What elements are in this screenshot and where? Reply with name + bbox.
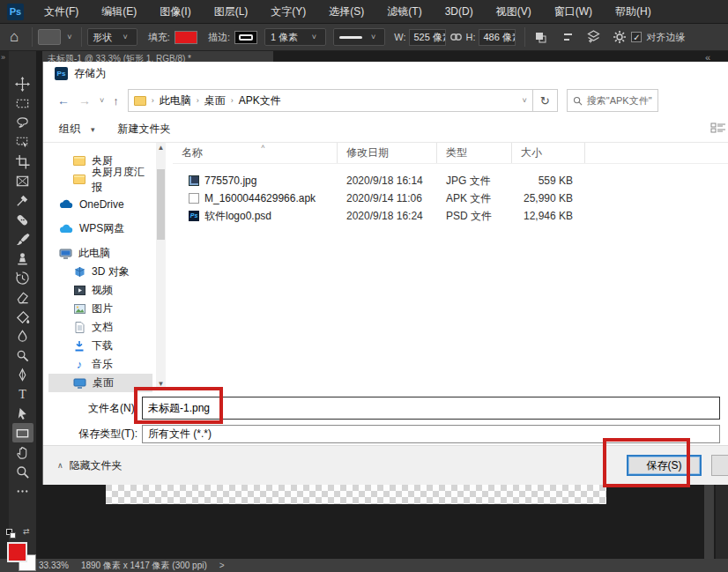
- search-input[interactable]: 搜索"APK文件": [567, 89, 658, 112]
- menu-type[interactable]: 文字(Y): [259, 0, 317, 24]
- menu-image[interactable]: 图像(I): [148, 0, 202, 24]
- chevron-up-icon: ∧: [57, 461, 63, 470]
- zoom-level[interactable]: 33.33%: [39, 561, 69, 570]
- chevron-down-icon[interactable]: ˅: [523, 96, 527, 105]
- object-selection-tool[interactable]: [12, 132, 33, 152]
- new-folder-button[interactable]: 新建文件夹: [118, 122, 171, 137]
- scroll-down-icon[interactable]: ▼: [156, 379, 166, 390]
- lasso-tool[interactable]: [12, 113, 33, 132]
- foreground-color-swatch[interactable]: [7, 542, 27, 562]
- link-dimensions-icon[interactable]: [446, 27, 465, 47]
- column-name[interactable]: 名称: [173, 143, 338, 163]
- document-tab[interactable]: 未标题-1 @ 33.3% (矩形 1, RGB/8) *: [42, 51, 273, 62]
- expand-toolbar-icon[interactable]: »: [1, 53, 5, 62]
- tree-item-wps-cloud[interactable]: WPS网盘: [48, 219, 152, 238]
- dialog-title-bar[interactable]: Ps 存储为: [43, 62, 728, 85]
- file-row[interactable]: Ps软件logo0.psd 2020/9/18 16:24 PSD 文件 12,…: [173, 208, 728, 224]
- default-colors-icon[interactable]: ⇄: [6, 529, 33, 540]
- tree-item-this-pc[interactable]: 此电脑: [48, 244, 152, 263]
- path-alignment-icon[interactable]: [557, 27, 576, 47]
- shape-mode-select[interactable]: 形状 ˅: [87, 28, 137, 46]
- home-icon[interactable]: ⌂: [10, 28, 19, 46]
- column-size[interactable]: 大小: [512, 143, 585, 163]
- recent-locations-chevron-icon[interactable]: ˅: [100, 96, 104, 105]
- scrollbar-thumb[interactable]: [157, 169, 165, 240]
- tree-item-3d-objects[interactable]: 3D 对象: [48, 263, 152, 281]
- tree-scrollbar[interactable]: ▲ ▼: [156, 143, 166, 390]
- forward-icon[interactable]: →: [78, 93, 91, 108]
- shape-width-field[interactable]: 525 像素: [409, 29, 446, 46]
- menu-file[interactable]: 文件(F): [33, 0, 90, 24]
- chevron-down-icon[interactable]: ˅: [67, 33, 71, 41]
- details-view-icon[interactable]: [710, 123, 726, 139]
- path-operations-icon[interactable]: [531, 27, 550, 47]
- stroke-width-select[interactable]: 1 像素 ˅: [264, 28, 326, 46]
- stroke-type-select[interactable]: ˅: [333, 28, 385, 46]
- eyedropper-tool[interactable]: [12, 190, 33, 210]
- tree-item-pictures[interactable]: 图片: [48, 300, 152, 318]
- menu-window[interactable]: 窗口(W): [543, 0, 604, 24]
- blur-tool[interactable]: [12, 326, 33, 345]
- crop-tool[interactable]: [12, 152, 33, 171]
- organize-button[interactable]: 组织: [59, 122, 80, 137]
- back-icon[interactable]: ←: [57, 93, 70, 108]
- brush-tool[interactable]: [12, 229, 33, 249]
- path-selection-tool[interactable]: [12, 404, 33, 423]
- menu-view[interactable]: 视图(V): [485, 0, 543, 24]
- menu-help[interactable]: 帮助(H): [604, 0, 663, 24]
- column-date-modified[interactable]: 修改日期: [338, 143, 437, 163]
- menu-edit[interactable]: 编辑(E): [90, 0, 148, 24]
- rectangular-marquee-tool[interactable]: [12, 93, 33, 113]
- breadcrumb-this-pc[interactable]: 此电脑: [160, 93, 191, 108]
- status-chevron-icon[interactable]: >: [219, 561, 225, 570]
- type-tool[interactable]: T: [12, 384, 33, 404]
- savetype-select[interactable]: 所有文件 (*.*): [142, 425, 720, 443]
- tree-item-onedrive[interactable]: OneDrive: [48, 195, 152, 213]
- tree-item-downloads[interactable]: 下载: [48, 337, 152, 355]
- dodge-tool[interactable]: [12, 345, 33, 365]
- file-row[interactable]: 775570.jpg 2020/9/18 16:14 JPG 文件 559 KB: [173, 173, 728, 189]
- save-button[interactable]: 保存(S): [627, 455, 702, 476]
- menu-select[interactable]: 选择(S): [317, 0, 375, 24]
- zoom-tool[interactable]: [12, 462, 33, 481]
- breadcrumb-desktop[interactable]: 桌面: [204, 93, 226, 108]
- tool-preset-icon[interactable]: [38, 29, 61, 45]
- eraser-tool[interactable]: [12, 287, 33, 307]
- hand-tool[interactable]: [12, 442, 33, 462]
- fill-color-swatch[interactable]: [175, 31, 197, 44]
- download-arrow-icon: [73, 340, 85, 352]
- pen-tool[interactable]: [12, 365, 33, 384]
- filename-input[interactable]: [142, 397, 720, 420]
- stroke-color-swatch[interactable]: [234, 31, 257, 44]
- file-row[interactable]: M_1600044629966.apk 2020/9/14 11:06 APK …: [173, 190, 728, 206]
- tree-item-videos[interactable]: 视频: [48, 281, 152, 300]
- up-icon[interactable]: ↑: [113, 94, 119, 108]
- menu-layer[interactable]: 图层(L): [203, 0, 260, 24]
- path-arrangement-icon[interactable]: [583, 27, 603, 47]
- align-edges-checkbox[interactable]: ✓: [631, 32, 642, 42]
- shape-height-field[interactable]: 486 像素: [479, 29, 516, 46]
- scroll-up-icon[interactable]: ▲: [156, 143, 166, 153]
- spot-healing-brush-tool[interactable]: [12, 210, 33, 229]
- cancel-button[interactable]: [711, 455, 728, 476]
- move-tool[interactable]: [12, 74, 33, 93]
- column-type[interactable]: 类型: [437, 143, 512, 163]
- menu-filter[interactable]: 滤镜(T): [375, 0, 433, 24]
- frame-tool[interactable]: [12, 171, 33, 190]
- history-brush-tool[interactable]: [12, 268, 33, 287]
- more-tools-icon[interactable]: [12, 481, 33, 501]
- rectangle-tool[interactable]: [12, 423, 33, 442]
- tree-item-desktop[interactable]: 桌面: [48, 374, 152, 392]
- swap-colors-icon[interactable]: ⇄: [23, 527, 30, 536]
- tree-item-music[interactable]: ♪音乐: [48, 355, 152, 374]
- breadcrumb-apk-folder[interactable]: APK文件: [239, 93, 281, 108]
- menu-3d[interactable]: 3D(D): [434, 0, 485, 24]
- clone-stamp-tool[interactable]: [12, 249, 33, 268]
- tree-item-documents[interactable]: 文档: [48, 318, 152, 337]
- address-bar[interactable]: › 此电脑 › 桌面 › APK文件 ˅: [128, 89, 533, 112]
- tree-item-folder-2[interactable]: 央厨月度汇报: [48, 170, 152, 189]
- refresh-icon[interactable]: ↻: [533, 89, 558, 112]
- paint-bucket-tool[interactable]: [12, 307, 33, 326]
- gear-icon[interactable]: [610, 27, 629, 47]
- hide-folders-button[interactable]: ∧ 隐藏文件夹: [57, 458, 123, 473]
